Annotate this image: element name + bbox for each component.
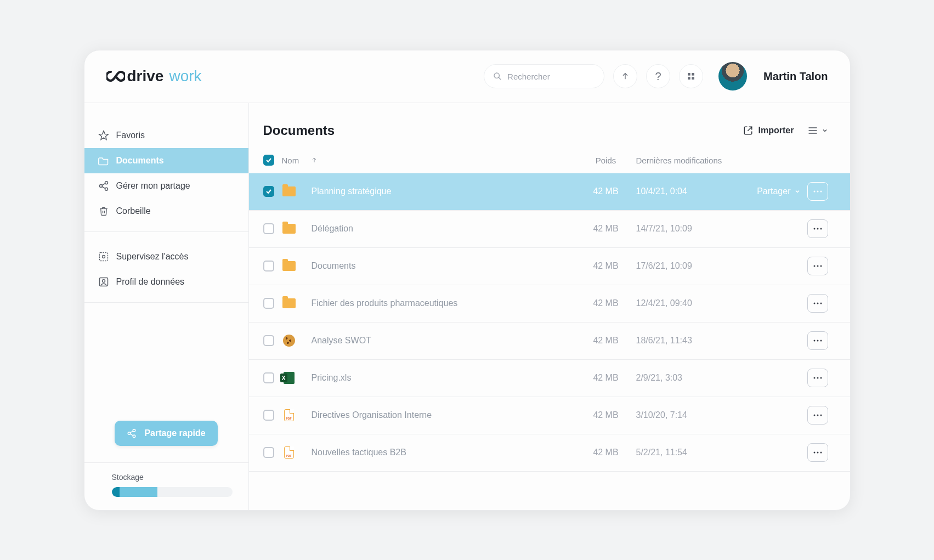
svg-point-35 — [813, 303, 815, 304]
file-row[interactable]: Délégation42 MB14/7/21, 10:09 — [249, 211, 850, 248]
svg-line-11 — [102, 183, 105, 185]
column-size-header[interactable]: Poids — [576, 156, 636, 165]
upload-arrow-icon — [621, 72, 630, 81]
more-actions-button[interactable] — [807, 369, 828, 387]
file-row[interactable]: Fichier des produits pharmaceutiques42 M… — [249, 285, 850, 323]
svg-point-18 — [128, 432, 131, 434]
svg-point-32 — [813, 265, 815, 267]
file-row[interactable]: Documents42 MB17/6/21, 10:09 — [249, 248, 850, 285]
row-checkbox[interactable] — [263, 223, 274, 234]
select-all-checkbox[interactable] — [263, 155, 274, 166]
svg-rect-13 — [99, 252, 107, 261]
search-input[interactable] — [507, 72, 595, 81]
help-button[interactable]: ? — [646, 64, 670, 88]
more-actions-button[interactable] — [807, 257, 828, 275]
app-window: drive work ? Martin Talon FavorisDocumen… — [84, 50, 851, 511]
svg-point-44 — [813, 415, 815, 416]
apps-button[interactable] — [679, 64, 703, 88]
quick-share-button[interactable]: Partage rapide — [115, 421, 217, 446]
column-modified-header[interactable]: Dernières modifications — [636, 156, 746, 165]
file-name: Pricing.xls — [312, 373, 352, 383]
row-checkbox[interactable] — [263, 372, 274, 383]
sidebar: FavorisDocumentsGérer mon partageCorbeil… — [84, 103, 249, 510]
more-actions-button[interactable] — [807, 219, 828, 238]
trash-icon — [98, 206, 110, 217]
row-checkbox[interactable] — [263, 186, 274, 197]
file-size: 42 MB — [576, 336, 636, 346]
logo-brand: drive — [127, 67, 164, 85]
view-toggle[interactable] — [807, 126, 828, 135]
share-button[interactable]: Partager — [757, 186, 800, 196]
sidebar-item-profil-de-donn-es[interactable]: Profil de données — [84, 269, 248, 295]
sort-asc-icon[interactable] — [311, 157, 318, 163]
storage-bar — [112, 487, 233, 497]
svg-point-27 — [817, 191, 818, 193]
svg-point-10 — [105, 188, 107, 190]
file-name: Directives Organisation Interne — [312, 410, 432, 420]
file-name: Planning stratégique — [312, 186, 392, 196]
svg-rect-4 — [692, 73, 694, 76]
svg-rect-5 — [688, 77, 690, 80]
column-name-header[interactable]: Nom — [282, 156, 299, 165]
svg-point-48 — [817, 452, 818, 454]
file-size: 42 MB — [576, 224, 636, 234]
sidebar-item-label: Corbeille — [116, 206, 151, 216]
upload-button[interactable] — [613, 64, 637, 88]
row-checkbox[interactable] — [263, 335, 274, 346]
svg-point-9 — [99, 184, 102, 187]
import-button[interactable]: Importer — [743, 126, 794, 135]
svg-point-43 — [820, 377, 822, 379]
svg-point-28 — [820, 191, 822, 193]
more-horizontal-icon — [813, 190, 823, 193]
file-size: 42 MB — [576, 186, 636, 196]
folder-icon — [282, 260, 296, 272]
search-box[interactable] — [484, 64, 604, 88]
sidebar-item-label: Profil de données — [116, 277, 185, 287]
sidebar-item-supervisez-l-acc-s[interactable]: Supervisez l'accès — [84, 244, 248, 269]
storage-fill — [112, 487, 158, 497]
svg-point-40 — [820, 340, 822, 342]
row-checkbox[interactable] — [263, 447, 274, 458]
more-horizontal-icon — [813, 264, 823, 268]
file-modified: 17/6/21, 10:09 — [636, 261, 746, 271]
share-icon — [127, 428, 137, 438]
user-avatar[interactable] — [718, 62, 747, 90]
logo-infinity-icon — [106, 71, 125, 82]
star-icon — [98, 130, 110, 141]
more-actions-button[interactable] — [807, 294, 828, 313]
folder-icon — [282, 297, 296, 309]
svg-point-36 — [817, 303, 818, 304]
profile-icon — [98, 276, 110, 287]
sidebar-item-corbeille[interactable]: Corbeille — [84, 199, 248, 224]
file-row[interactable]: Pricing.xls42 MB2/9/21, 3:03 — [249, 360, 850, 397]
more-actions-button[interactable] — [807, 406, 828, 425]
sidebar-item-g-rer-mon-partage[interactable]: Gérer mon partage — [84, 173, 248, 199]
file-rows: Planning stratégique42 MB10/4/21, 0:04Pa… — [249, 173, 850, 510]
main-panel: Documents Importer Nom — [249, 103, 850, 510]
quick-share-label: Partage rapide — [144, 428, 205, 438]
svg-point-14 — [102, 255, 105, 258]
file-name: Délégation — [312, 224, 354, 234]
svg-point-45 — [817, 415, 818, 416]
folder-icon — [98, 156, 110, 166]
svg-point-19 — [133, 435, 136, 438]
file-modified: 2/9/21, 3:03 — [636, 373, 746, 383]
sidebar-item-documents[interactable]: Documents — [84, 148, 248, 173]
more-actions-button[interactable] — [807, 443, 828, 462]
file-size: 42 MB — [576, 448, 636, 457]
table-header: Nom Poids Dernières modifications — [249, 148, 850, 173]
file-row[interactable]: Analyse SWOT42 MB18/6/21, 11:43 — [249, 323, 850, 360]
row-checkbox[interactable] — [263, 410, 274, 421]
more-actions-button[interactable] — [807, 182, 828, 201]
file-row[interactable]: Planning stratégique42 MB10/4/21, 0:04Pa… — [249, 173, 850, 211]
apps-grid-icon — [687, 72, 695, 81]
svg-point-47 — [813, 452, 815, 454]
more-actions-button[interactable] — [807, 331, 828, 350]
file-row[interactable]: Nouvelles tactiques B2B42 MB5/2/21, 11:5… — [249, 434, 850, 472]
sidebar-item-favoris[interactable]: Favoris — [84, 123, 248, 148]
file-name: Nouvelles tactiques B2B — [312, 448, 406, 457]
row-checkbox[interactable] — [263, 298, 274, 309]
sidebar-item-label: Favoris — [116, 131, 145, 140]
file-row[interactable]: Directives Organisation Interne42 MB3/10… — [249, 397, 850, 434]
row-checkbox[interactable] — [263, 261, 274, 271]
